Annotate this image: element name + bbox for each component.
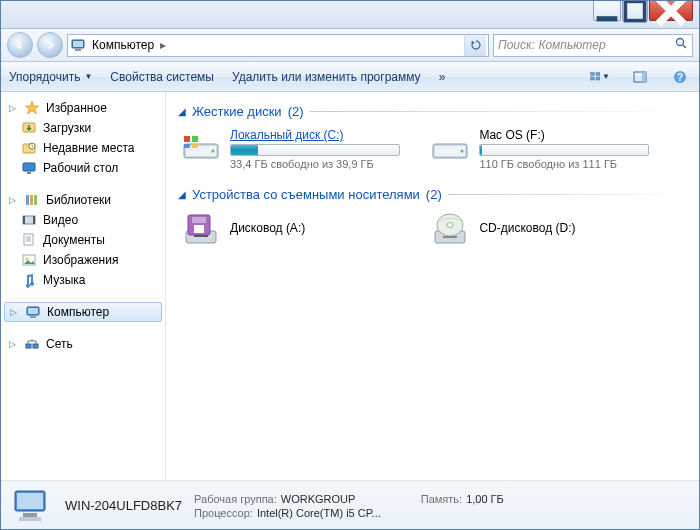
svg-rect-9 <box>591 77 595 80</box>
search-placeholder: Поиск: Компьютер <box>498 38 606 52</box>
svg-point-43 <box>461 150 464 153</box>
desktop-icon <box>21 160 37 176</box>
svg-rect-18 <box>23 163 35 171</box>
toolbar: Упорядочить▼ Свойства системы Удалить ил… <box>1 62 699 92</box>
sidebar-item-documents[interactable]: Документы <box>1 230 165 250</box>
section-removable[interactable]: ◢ Устройства со съемными носителями (2) <box>178 187 687 202</box>
svg-line-6 <box>683 45 686 48</box>
floppy-icon <box>180 211 222 249</box>
drive-local-c[interactable]: Локальный диск (C:) 33,4 ГБ свободно из … <box>178 125 427 173</box>
expand-icon[interactable]: ▷ <box>9 195 18 205</box>
sidebar-item-recent[interactable]: Недавние места <box>1 138 165 158</box>
organize-menu[interactable]: Упорядочить▼ <box>9 70 92 84</box>
uninstall-program-button[interactable]: Удалить или изменить программу <box>232 70 421 84</box>
sidebar-item-network[interactable]: ▷ Сеть <box>1 334 165 354</box>
svg-rect-34 <box>30 316 36 318</box>
svg-text:?: ? <box>677 72 683 83</box>
expand-icon[interactable]: ▷ <box>10 307 19 317</box>
drive-cd-d[interactable]: CD-дисковод (D:) <box>427 208 676 252</box>
svg-rect-25 <box>33 216 35 224</box>
svg-rect-36 <box>33 344 38 348</box>
collapse-icon[interactable]: ◢ <box>178 189 186 200</box>
chevron-down-icon: ▼ <box>602 72 610 81</box>
svg-rect-19 <box>27 172 31 174</box>
svg-rect-20 <box>26 195 29 205</box>
cd-drive-icon <box>429 211 471 249</box>
sidebar-item-computer[interactable]: ▷ Компьютер <box>4 302 162 322</box>
search-input[interactable]: Поиск: Компьютер <box>493 34 693 57</box>
toolbar-overflow-button[interactable]: » <box>439 70 446 84</box>
svg-rect-47 <box>192 217 206 223</box>
svg-rect-7 <box>591 72 595 75</box>
sidebar-item-music[interactable]: Музыка <box>1 270 165 290</box>
svg-rect-3 <box>73 41 83 47</box>
capacity-bar <box>230 144 400 156</box>
sidebar-item-videos[interactable]: Видео <box>1 210 165 230</box>
star-icon <box>24 100 40 116</box>
computer-icon <box>25 304 41 320</box>
documents-icon <box>21 232 37 248</box>
breadcrumb-item[interactable]: Компьютер <box>90 38 156 52</box>
search-icon <box>675 37 688 53</box>
refresh-button[interactable] <box>464 35 486 56</box>
nav-forward-button[interactable] <box>37 32 63 58</box>
details-pane: WIN-204ULFD8BK7 Рабочая группа: WORKGROU… <box>1 480 699 530</box>
computer-icon <box>70 37 86 53</box>
svg-rect-54 <box>17 493 43 509</box>
capacity-bar <box>479 144 649 156</box>
svg-point-39 <box>212 150 215 153</box>
nav-back-button[interactable] <box>7 32 33 58</box>
svg-rect-10 <box>596 77 600 80</box>
computer-name: WIN-204ULFD8BK7 <box>65 498 182 513</box>
svg-rect-35 <box>26 344 31 348</box>
drive-macos-f[interactable]: Mac OS (F:) 110 ГБ свободно из 111 ГБ <box>427 125 676 173</box>
preview-pane-button[interactable] <box>629 66 651 88</box>
svg-rect-48 <box>194 225 204 233</box>
section-hard-disks[interactable]: ◢ Жесткие диски (2) <box>178 104 687 119</box>
video-icon <box>21 212 37 228</box>
sidebar-favorites-header[interactable]: ▷ Избранное <box>1 98 165 118</box>
sidebar-libraries-header[interactable]: ▷ Библиотеки <box>1 190 165 210</box>
svg-rect-24 <box>23 216 25 224</box>
libraries-icon <box>24 192 40 208</box>
svg-rect-4 <box>75 49 81 51</box>
svg-point-52 <box>447 223 453 228</box>
svg-rect-55 <box>23 513 37 517</box>
svg-point-31 <box>26 258 29 261</box>
svg-rect-1 <box>625 1 644 20</box>
close-button[interactable] <box>649 1 693 21</box>
svg-rect-0 <box>597 16 618 21</box>
hdd-icon <box>429 128 471 166</box>
svg-rect-12 <box>642 72 646 82</box>
expand-icon[interactable]: ▷ <box>9 339 18 349</box>
content-area[interactable]: ◢ Жесткие диски (2) Локальный диск (C:) … <box>166 92 699 480</box>
expand-icon[interactable]: ▷ <box>9 103 18 113</box>
maximize-button[interactable] <box>622 1 648 21</box>
computer-icon <box>11 487 53 525</box>
sidebar-item-pictures[interactable]: Изображения <box>1 250 165 270</box>
system-properties-button[interactable]: Свойства системы <box>110 70 214 84</box>
hdd-icon <box>180 128 222 166</box>
minimize-button[interactable] <box>593 1 621 21</box>
chevron-right-icon[interactable]: ▸ <box>160 38 166 52</box>
drive-floppy-a[interactable]: Дисковод (A:) <box>178 208 427 252</box>
view-options-button[interactable]: ▼ <box>589 66 611 88</box>
network-icon <box>24 336 40 352</box>
sidebar-item-desktop[interactable]: Рабочий стол <box>1 158 165 178</box>
titlebar <box>1 1 699 29</box>
svg-rect-33 <box>28 308 38 314</box>
help-button[interactable]: ? <box>669 66 691 88</box>
collapse-icon[interactable]: ◢ <box>178 106 186 117</box>
svg-rect-56 <box>19 517 41 521</box>
pictures-icon <box>21 252 37 268</box>
address-bar[interactable]: Компьютер ▸ <box>67 34 489 57</box>
recent-icon <box>21 140 37 156</box>
sidebar-item-downloads[interactable]: Загрузки <box>1 118 165 138</box>
nav-pane: ▷ Избранное Загрузки Недавние места Рабо… <box>1 92 166 480</box>
svg-rect-22 <box>34 195 37 205</box>
svg-point-5 <box>677 39 684 46</box>
downloads-icon <box>21 120 37 136</box>
svg-rect-21 <box>30 195 33 205</box>
music-icon <box>21 272 37 288</box>
chevron-down-icon: ▼ <box>84 72 92 81</box>
